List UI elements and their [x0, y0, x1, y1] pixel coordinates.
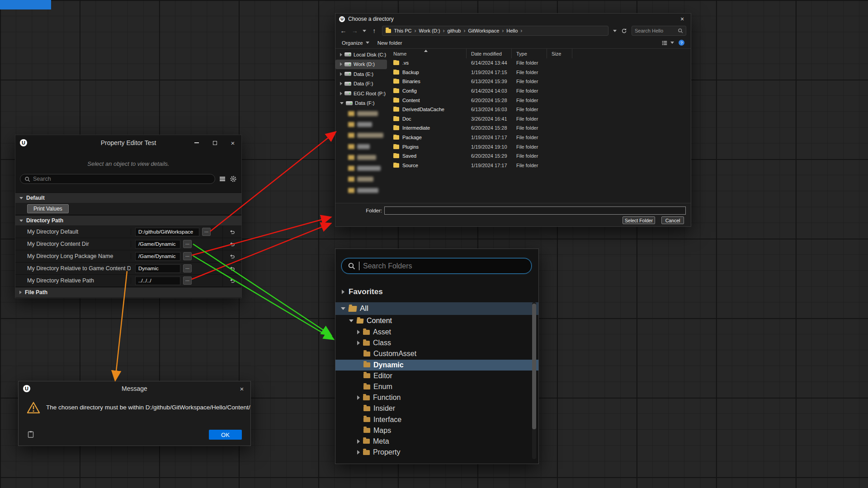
breadcrumb-item[interactable]: GitWorkspace — [468, 28, 499, 33]
tree-item-class[interactable]: Class — [335, 338, 538, 348]
breadcrumb-item[interactable]: github — [447, 28, 461, 33]
dialog-search-box[interactable] — [632, 26, 686, 36]
reset-to-default-button[interactable] — [222, 226, 241, 238]
sidebar-item-data-f[interactable]: Data (F:) — [335, 79, 389, 89]
organize-menu-button[interactable]: Organize — [342, 40, 369, 46]
favorites-section[interactable]: Favorites — [342, 287, 383, 296]
maximize-button[interactable] — [211, 139, 219, 147]
cancel-button[interactable]: Cancel — [661, 216, 684, 224]
tree-item-insider[interactable]: Insider — [335, 403, 538, 414]
file-row[interactable]: Source1/19/2024 17:17File folder — [389, 161, 687, 170]
file-row[interactable]: Package1/19/2024 17:17File folder — [389, 133, 687, 142]
tree-item-property[interactable]: Property — [335, 447, 538, 458]
reset-to-default-button[interactable] — [222, 238, 241, 250]
section-header-directory-path[interactable]: Directory Path — [15, 215, 241, 225]
tree-item-customasset[interactable]: CustomAsset — [335, 348, 538, 359]
browse-ellipsis-button[interactable]: ... — [183, 264, 192, 272]
details-search-box[interactable] — [20, 174, 215, 184]
reset-to-default-button[interactable] — [222, 250, 241, 263]
copy-to-clipboard-button[interactable] — [28, 431, 34, 440]
section-header-default[interactable]: Default — [15, 192, 241, 203]
tree-item-dynamic[interactable]: Dynamic — [335, 360, 538, 371]
reset-to-default-button[interactable] — [222, 263, 241, 275]
section-header-file-path[interactable]: File Path — [15, 287, 241, 297]
file-row[interactable]: Doc3/26/2024 16:41File folder — [389, 114, 687, 124]
ok-button[interactable]: OK — [209, 430, 242, 440]
tree-item-enum[interactable]: Enum — [335, 381, 538, 392]
select-folder-button[interactable]: Select Folder — [623, 216, 655, 224]
property-editor-titlebar[interactable]: U Property Editor Test × — [15, 135, 241, 150]
browse-ellipsis-button[interactable]: ... — [183, 252, 192, 260]
folder-name-input[interactable] — [384, 206, 686, 215]
browse-ellipsis-button[interactable]: ... — [202, 228, 211, 236]
property-row-my-directory-relative-path: My Directory Relative Path ../../../ ... — [15, 275, 241, 287]
close-button[interactable]: × — [674, 14, 691, 24]
folder-search-box[interactable]: Search Folders — [341, 258, 532, 274]
settings-button[interactable] — [230, 175, 237, 183]
view-mode-button[interactable] — [661, 40, 674, 46]
file-row[interactable]: Config6/14/2024 14:03File folder — [389, 86, 687, 96]
sidebar-item-work-d[interactable]: Work (D:) — [335, 60, 387, 70]
directory-value-field[interactable]: /Game/Dynamic — [135, 240, 180, 249]
search-input[interactable] — [33, 176, 211, 182]
tree-item-meta[interactable]: Meta — [335, 436, 538, 447]
reset-to-default-button[interactable] — [222, 275, 241, 287]
column-header-size[interactable]: Size — [547, 49, 572, 58]
file-row[interactable]: Saved6/20/2024 15:29File folder — [389, 151, 687, 161]
tree-item-interface[interactable]: Interface — [335, 414, 538, 425]
sidebar-item-local-disk-c[interactable]: Local Disk (C:) — [335, 50, 389, 60]
breadcrumb-item[interactable]: Work (D:) — [419, 28, 440, 33]
tree-item-content[interactable]: Content — [335, 315, 538, 327]
column-header-type[interactable]: Type — [512, 49, 547, 58]
search-input[interactable] — [635, 28, 678, 33]
file-row[interactable]: Content6/20/2024 15:28File folder — [389, 95, 687, 105]
column-headers: Name Date modified Type Size — [389, 49, 687, 58]
tree-label: Maps — [373, 427, 391, 435]
file-row[interactable]: Binaries6/13/2024 15:39File folder — [389, 77, 687, 86]
breadcrumb[interactable]: This PC › Work (D:) › github › GitWorksp… — [382, 26, 609, 36]
file-row[interactable]: DerivedDataCache6/13/2024 16:03File fold… — [389, 105, 687, 114]
file-row[interactable]: Intermediate6/20/2024 15:28File folder — [389, 123, 687, 133]
scrollbar-thumb[interactable] — [532, 304, 536, 429]
scrollbar-track[interactable] — [532, 302, 536, 459]
up-button[interactable]: ↑ — [371, 27, 377, 34]
refresh-button[interactable] — [621, 28, 627, 34]
breadcrumb-item[interactable]: This PC — [394, 28, 411, 33]
address-dropdown[interactable] — [613, 30, 617, 32]
breadcrumb-item[interactable]: Hello — [506, 28, 518, 33]
recent-locations-dropdown[interactable] — [363, 30, 366, 32]
display-filter-button[interactable] — [219, 175, 226, 183]
sidebar-item-data-e[interactable]: Data (E:) — [335, 69, 389, 79]
browse-ellipsis-button[interactable]: ... — [183, 240, 192, 248]
column-header-date-modified[interactable]: Date modified — [467, 49, 512, 58]
tree-item-editor[interactable]: Editor — [335, 371, 538, 381]
back-button[interactable]: ← — [340, 27, 347, 34]
tree-item-asset[interactable]: Asset — [335, 327, 538, 338]
browse-ellipsis-button[interactable]: ... — [183, 277, 192, 285]
new-folder-button[interactable]: New folder — [377, 40, 402, 46]
help-button[interactable]: ? — [679, 40, 684, 46]
directory-value-field[interactable]: Dynamic — [135, 264, 180, 273]
column-header-name[interactable]: Name — [389, 49, 467, 58]
tree-item-all[interactable]: All — [335, 302, 538, 315]
minimize-button[interactable] — [193, 139, 201, 147]
close-button[interactable]: × — [229, 139, 237, 147]
directory-value-field[interactable]: D:/github/GitWorkspace — [135, 228, 199, 236]
tree-item-function[interactable]: Function — [335, 392, 538, 403]
forward-button[interactable]: → — [351, 27, 358, 34]
file-name: Backup — [402, 70, 419, 75]
message-titlebar[interactable]: U Message × — [19, 381, 250, 396]
file-row[interactable]: Backup1/19/2024 17:15File folder — [389, 68, 687, 77]
directory-value-field[interactable]: /Game/Dynamic — [135, 252, 180, 261]
dialog-titlebar[interactable]: U Choose a directory × — [335, 14, 691, 24]
print-values-button[interactable]: Print Values — [27, 204, 69, 213]
sidebar-item-egc-root-p[interactable]: EGC Root (P:) — [335, 89, 389, 99]
tree-item-maps[interactable]: Maps — [335, 425, 538, 436]
censored-label — [357, 177, 373, 182]
directory-value-field[interactable]: ../../../ — [135, 277, 180, 285]
close-button[interactable]: × — [238, 385, 246, 393]
file-row[interactable]: .vs6/14/2024 13:44File folder — [389, 58, 687, 68]
file-row[interactable]: Plugins1/19/2024 19:10File folder — [389, 142, 687, 151]
sidebar-item-data-f2[interactable]: Data (F:) — [335, 99, 389, 108]
folder-icon — [393, 70, 399, 75]
